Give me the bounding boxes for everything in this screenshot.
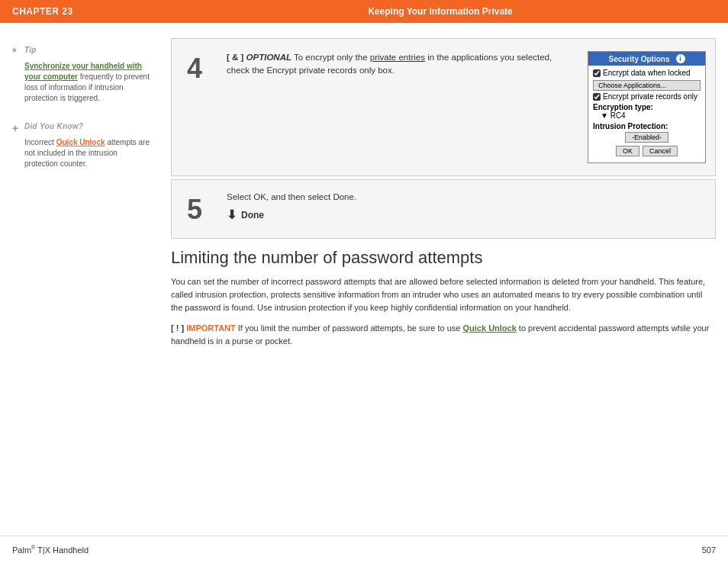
important-text1: If you limit the number of password atte…: [238, 323, 463, 333]
encrypt-when-locked-label: Encrypt data when locked: [603, 69, 691, 77]
important-label: IMPORTANT: [186, 323, 236, 333]
encryption-type-label: Encryption type:: [593, 103, 701, 111]
quick-unlock-link-important[interactable]: Quick Unlock: [463, 323, 517, 333]
did-you-know-label: + Did You Know?: [12, 122, 150, 134]
intrusion-label: Intrusion Protection:: [593, 122, 701, 130]
encrypt-private-checkbox[interactable]: [593, 93, 601, 101]
encrypt-when-locked-checkbox[interactable]: [593, 69, 601, 77]
done-label: ⬇ Done: [227, 208, 706, 222]
did-you-know-text: Incorrect Quick Unlock attempts are not …: [12, 137, 150, 169]
step-4-box: 4 [ & ] OPTIONAL To encrypt only the pri…: [171, 38, 716, 176]
footer-product: Palm® T|X Handheld: [12, 545, 89, 555]
step-5-number: 5: [172, 180, 217, 238]
tip-label: * Tip: [12, 46, 150, 58]
step5-text: Select OK, and then select Done.: [227, 192, 706, 201]
page-footer: Palm® T|X Handheld 507: [0, 536, 728, 563]
did-you-know-icon: +: [12, 122, 21, 134]
chapter-title: Keeping Your Information Private: [165, 6, 716, 17]
done-icon: ⬇: [227, 208, 237, 222]
dialog-ok-button[interactable]: OK: [616, 146, 639, 156]
dialog-buttons: OK Cancel: [593, 146, 701, 159]
security-dialog-title: Security Options i: [588, 52, 705, 66]
step4-bracket: [ & ]: [227, 53, 243, 62]
dialog-cancel-button[interactable]: Cancel: [643, 146, 678, 156]
tip-text: Synchronize your handheld with your comp…: [12, 61, 150, 104]
footer-page-number: 507: [702, 545, 716, 555]
chapter-label: CHAPTER 23: [12, 6, 165, 17]
security-options-dialog: Security Options i Encrypt data when loc…: [588, 51, 706, 163]
important-box: [ ! ] IMPORTANT If you limit the number …: [171, 322, 716, 348]
choose-applications-button[interactable]: Choose Applications...: [593, 80, 701, 91]
step4-text1: To encrypt only the: [294, 53, 370, 62]
security-dialog-title-text: Security Options: [608, 55, 669, 63]
step-4-text: [ & ] OPTIONAL To encrypt only the priva…: [227, 51, 575, 163]
content-area: 4 [ & ] OPTIONAL To encrypt only the pri…: [165, 38, 716, 536]
limiting-body: You can set the number of incorrect pass…: [171, 275, 716, 314]
step4-underline1: private entries: [370, 53, 425, 62]
encryption-value: ▼ RC4: [593, 111, 701, 120]
sidebar: * Tip Synchronize your handheld with you…: [12, 38, 165, 536]
main-content: * Tip Synchronize your handheld with you…: [0, 23, 728, 536]
step4-optional: OPTIONAL: [246, 53, 292, 62]
encrypt-private-label: Encrypt private records only: [603, 92, 697, 101]
step-5-content: Select OK, and then select Done. ⬇ Done: [217, 180, 715, 238]
page-header: CHAPTER 23 Keeping Your Information Priv…: [0, 0, 728, 23]
encrypt-when-locked-row: Encrypt data when locked: [593, 69, 701, 77]
limiting-title: Limiting the number of password attempts: [171, 248, 716, 268]
did-you-know-heading: Did You Know?: [24, 122, 83, 130]
limiting-section: Limiting the number of password attempts…: [171, 248, 716, 348]
important-bracket: [ ! ]: [171, 323, 184, 333]
did-you-know-section: + Did You Know? Incorrect Quick Unlock a…: [12, 122, 150, 169]
intrusion-enabled-button[interactable]: -Enabled-: [625, 132, 668, 143]
encrypt-private-row: Encrypt private records only: [593, 92, 701, 101]
tip-heading: Tip: [24, 46, 37, 54]
step-5-box: 5 Select OK, and then select Done. ⬇ Don…: [171, 179, 716, 239]
did-you-know-prefix: Incorrect: [24, 138, 56, 146]
step-4-number: 4: [172, 39, 217, 175]
done-text: Done: [241, 210, 264, 220]
step-4-content: [ & ] OPTIONAL To encrypt only the priva…: [217, 39, 715, 175]
info-icon: i: [676, 54, 685, 63]
tip-icon: *: [12, 46, 21, 58]
quick-unlock-link-sidebar[interactable]: Quick Unlock: [56, 138, 105, 146]
tip-section: * Tip Synchronize your handheld with you…: [12, 46, 150, 104]
security-dialog-body: Encrypt data when locked Choose Applicat…: [588, 66, 705, 162]
